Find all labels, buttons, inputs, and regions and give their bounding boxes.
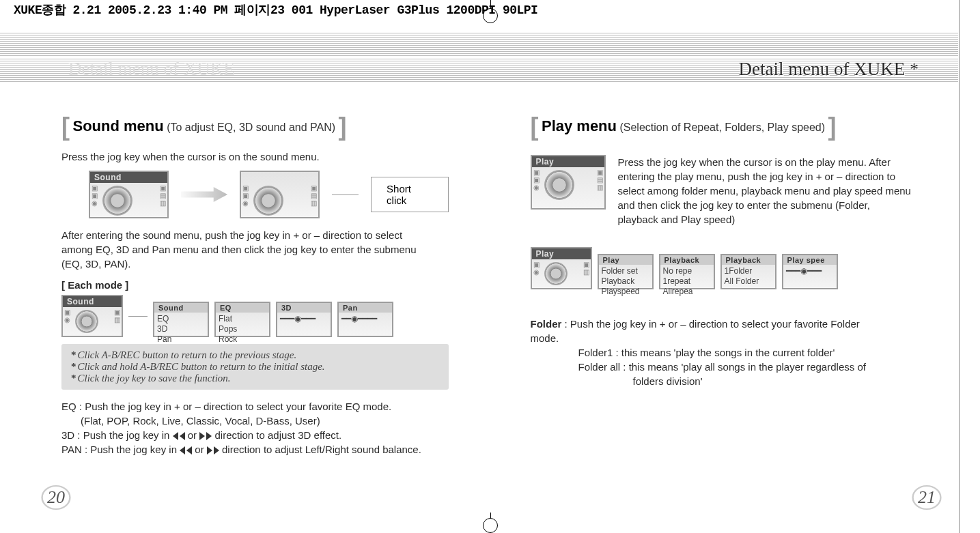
pan-description: PAN : Push the jog key in or direction t… xyxy=(61,442,449,457)
lcd-title: Sound xyxy=(90,172,167,183)
lcd-left-icons: ▣◉ xyxy=(533,261,540,276)
page-number-left: 20 xyxy=(44,485,68,510)
text-fragment: or xyxy=(188,429,197,441)
lcd-pan: Pan ━━◉━━━━ xyxy=(337,302,393,337)
disc-icon xyxy=(75,310,98,333)
lcd-right-icons: ▣▥ xyxy=(583,261,589,276)
disc-icon xyxy=(544,262,568,285)
text-fragment: direction to adjust Left/Right sound bal… xyxy=(222,444,421,455)
lcd-sound-submenu: Sound EQ 3D Pan xyxy=(153,302,209,337)
page-title-right: Detail menu of XUKE * xyxy=(739,59,919,80)
lcd-right-icons: ▣▤▥ xyxy=(597,169,603,191)
lcd-title: Play xyxy=(599,255,652,265)
folderall-text-a: Folder all : this means 'play all songs … xyxy=(531,360,918,374)
bracket-close-icon: ] xyxy=(339,113,347,141)
lcd-eq: EQ Flat Pops Rock xyxy=(214,302,270,337)
each-mode-heading: [ Each mode ] xyxy=(61,278,449,292)
play-intro-text: Press the jog key when the cursor is on … xyxy=(618,155,912,227)
print-job-header: XUKE종합 2.21 2005.2.23 1:40 PM 페이지23 001 … xyxy=(14,1,537,18)
decorative-stripe-top xyxy=(0,33,958,57)
text-fragment: PAN : Push the jog key in xyxy=(61,444,177,455)
each-mode-screens: Sound ▣◉ ▣▥ Sound EQ 3D Pan EQ Flat Pops… xyxy=(61,295,449,337)
sound-screens-row: Sound ▣▣◉ ▣▤▥ ▣▣◉ ▣▤▥ Short click xyxy=(89,171,449,218)
text-fragment: 3D : Push the jog key in xyxy=(61,429,169,441)
lcd-menu-list: Folder set Playback Playspeed xyxy=(599,265,652,298)
lcd-play-main: Play ▣▣◉ ▣▤▥ xyxy=(531,155,606,210)
folder-description: Folder : Push the jog key in + or – dire… xyxy=(531,317,886,345)
disc-icon xyxy=(253,186,283,216)
sound-intro-text: Press the jog key when the cursor is on … xyxy=(61,149,449,164)
note-line-3: *Click the joy key to save the function. xyxy=(71,373,439,384)
note-line-2: *Click and hold A-B/REC button to return… xyxy=(71,361,439,373)
play-menu-title: Play menu xyxy=(542,117,617,134)
lcd-play-submenu: Play Folder set Playback Playspeed xyxy=(598,254,654,289)
bracket-open-icon: [ xyxy=(61,113,70,141)
lcd-title: EQ xyxy=(216,303,269,313)
notes-box: *Click A-B/REC button to return to the p… xyxy=(61,344,449,390)
lcd-title: Sound xyxy=(63,296,122,307)
play-menu-subtitle: (Selection of Repeat, Folders, Play spee… xyxy=(619,121,825,133)
lcd-right-icons: ▣▤▥ xyxy=(311,184,317,207)
lcd-menu-list: EQ 3D Pan xyxy=(154,313,208,346)
lcd-right-icons: ▣▤▥ xyxy=(160,184,166,207)
left-page: [ Sound menu (To adjust EQ, 3D sound and… xyxy=(0,106,483,492)
connector-line xyxy=(128,316,148,317)
sound-menu-title: Sound menu xyxy=(72,117,163,134)
lcd-sound-initial: Sound ▣▣◉ ▣▤▥ xyxy=(89,171,169,218)
lcd-title: Playback xyxy=(660,255,714,265)
3d-description: 3D : Push the jog key in or direction to… xyxy=(61,428,449,442)
disc-icon xyxy=(102,186,132,216)
folder-label: Folder xyxy=(531,318,562,330)
lcd-left-icons: ▣▣◉ xyxy=(533,169,540,191)
text-fragment: or xyxy=(195,444,204,455)
note-text: Click and hold A-B/REC button to return … xyxy=(78,361,325,372)
disc-icon xyxy=(544,170,574,200)
lcd-playspeed: Play spee ━━━◉━━━ xyxy=(782,254,838,289)
lcd-menu-list: No repe 1repeat Allrepea xyxy=(660,265,714,298)
lcd-right-icons: ▣▥ xyxy=(114,308,120,323)
bracket-close-icon: ] xyxy=(828,113,837,141)
lcd-left-icons: ▣▣◉ xyxy=(92,184,98,207)
jog-left-icon xyxy=(173,432,185,440)
page-number-oval xyxy=(912,485,941,510)
crop-trim-right xyxy=(959,0,960,533)
folder-body-text: : Push the jog key in + or – direction t… xyxy=(531,318,860,344)
folderall-text-b: folders division' xyxy=(531,374,918,388)
note-line-1: *Click A-B/REC button to return to the p… xyxy=(71,349,439,361)
lcd-title: Play spee xyxy=(783,255,837,265)
bracket-open-icon: [ xyxy=(531,113,539,141)
page-title-left: Detail menu of XUKE xyxy=(68,59,235,80)
jog-left-icon xyxy=(180,446,192,455)
jog-right-icon xyxy=(207,446,219,455)
sound-after-enter-text: After entering the sound menu, push the … xyxy=(61,228,430,271)
lcd-title: 3D xyxy=(277,303,331,313)
lcd-sound-main: Sound ▣◉ ▣▥ xyxy=(61,295,123,337)
page-title-right-text: Detail menu of XUKE xyxy=(739,59,906,79)
lcd-title: Playback xyxy=(722,255,775,265)
lcd-menu-list: 1Folder All Folder xyxy=(722,265,775,288)
lcd-title: Pan xyxy=(339,303,392,313)
lcd-slider: ━━◉━━━━ xyxy=(339,313,392,326)
callout-connector xyxy=(332,195,359,195)
eq-modes-list: (Flat, POP, Rock, Live, Classic, Vocal, … xyxy=(61,414,449,428)
lcd-play-initial: Play ▣◉ ▣▥ xyxy=(531,247,592,289)
lcd-left-icons: ▣◉ xyxy=(64,308,70,323)
right-page: [ Play menu (Selection of Repeat, Folder… xyxy=(483,106,959,492)
sound-menu-subtitle: (To adjust EQ, 3D sound and PAN) xyxy=(167,121,335,133)
page-number-right: 21 xyxy=(914,485,939,510)
play-section-heading: [ Play menu (Selection of Repeat, Folder… xyxy=(531,113,918,141)
lcd-slider: ━━━◉━━━ xyxy=(783,265,837,278)
lcd-slider: ━━━◉━━━ xyxy=(277,313,331,326)
lcd-sound-zoom: ▣▣◉ ▣▤▥ xyxy=(240,171,320,218)
text-fragment: direction to adjust 3D effect. xyxy=(214,429,341,441)
page-number-oval xyxy=(41,485,70,510)
lcd-3d: 3D ━━━◉━━━ xyxy=(276,302,332,337)
note-text: Click the joy key to save the function. xyxy=(78,373,231,384)
jog-right-icon xyxy=(199,432,212,440)
play-screens-row: Play ▣◉ ▣▥ Play Folder set Playback Play… xyxy=(531,247,918,289)
lcd-playback-1: Playback No repe 1repeat Allrepea xyxy=(659,254,715,289)
note-text: Click A-B/REC button to return to the pr… xyxy=(78,349,297,360)
lcd-title: Sound xyxy=(154,303,208,313)
lcd-playback-2: Playback 1Folder All Folder xyxy=(720,254,776,289)
lcd-left-icons: ▣▣◉ xyxy=(242,184,249,207)
